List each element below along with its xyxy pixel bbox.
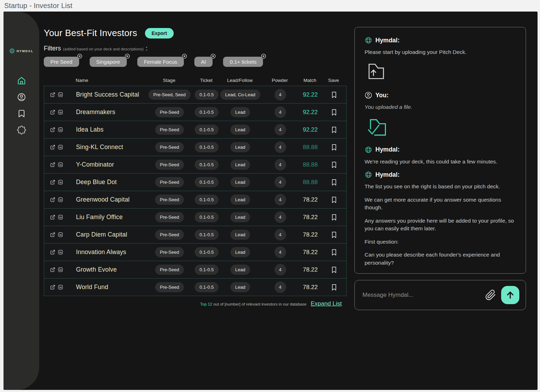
ticket-pill: 0.1-0.5: [195, 90, 219, 100]
lead-follow-pill: Lead: [230, 125, 250, 135]
powder-badge: 4: [275, 194, 286, 205]
external-link-icon[interactable]: [50, 180, 55, 185]
bookmark-save-icon[interactable]: [330, 283, 338, 292]
home-icon: [17, 76, 26, 85]
table-row[interactable]: Deep Blue Dot Pre-Seed 0.1-0.5 Lead 4 88…: [44, 173, 347, 191]
gear-icon: [17, 126, 26, 134]
paperclip-icon[interactable]: [485, 289, 496, 301]
message-text: We're reading your deck, this could take…: [365, 158, 516, 166]
table-row[interactable]: Innovation Always Pre-Seed 0.1-0.5 Lead …: [44, 243, 347, 261]
table-row[interactable]: World Fund Pre-Seed 0.1-0.5 Lead 4 78.22: [44, 278, 347, 296]
bookmark-save-icon[interactable]: [330, 126, 338, 134]
external-link-icon[interactable]: [50, 127, 55, 132]
bookmark-save-icon[interactable]: [330, 248, 338, 257]
remove-filter-icon[interactable]: [77, 54, 82, 59]
stage-pill: Pre-Seed: [155, 195, 184, 205]
linkedin-icon[interactable]: [58, 250, 63, 255]
external-link-icon[interactable]: [50, 215, 55, 220]
sidebar-item-home[interactable]: [16, 76, 26, 85]
table-row[interactable]: Sing-KL Connect Pre-Seed 0.1-0.5 Lead 4 …: [44, 138, 347, 156]
ticket-pill: 0.1-0.5: [195, 107, 219, 117]
folder-upload-icon[interactable]: [365, 61, 516, 82]
lead-follow-pill: Lead: [230, 142, 250, 152]
remove-filter-icon[interactable]: [125, 54, 130, 59]
bookmark-save-icon[interactable]: [330, 231, 338, 239]
expand-list-link[interactable]: Expand List: [311, 300, 342, 307]
table-row[interactable]: Dreammakers Pre-Seed 0.1-0.5 Lead 4 92.2…: [44, 103, 347, 121]
lead-follow-pill: Lead: [230, 247, 250, 257]
bookmark-save-icon[interactable]: [330, 108, 338, 117]
linkedin-icon[interactable]: [58, 127, 63, 132]
match-score: 78.22: [303, 249, 318, 256]
filter-chip-ai[interactable]: AI: [194, 57, 213, 67]
external-link-icon[interactable]: [50, 162, 55, 167]
chat-panel: Hymdal: Please start by uploading your P…: [354, 27, 526, 274]
sidebar-item-settings[interactable]: [16, 125, 26, 134]
bookmark-save-icon[interactable]: [330, 213, 338, 222]
linkedin-icon[interactable]: [58, 267, 63, 272]
export-button[interactable]: Export: [145, 28, 174, 38]
external-link-icon[interactable]: [50, 232, 55, 237]
filter-chip-tickets[interactable]: 0.1+ tickets: [223, 57, 263, 67]
external-link-icon[interactable]: [50, 267, 55, 272]
chip-label: Singapore: [96, 59, 120, 65]
table-row[interactable]: Bright Success Capital Pre-Seed, Seed 0.…: [44, 86, 347, 104]
filter-chip-female-focus[interactable]: Female Focus: [137, 57, 184, 67]
external-link-icon[interactable]: [50, 110, 55, 115]
linkedin-icon[interactable]: [58, 110, 63, 115]
powder-badge: 4: [275, 176, 286, 188]
remove-filter-icon[interactable]: [261, 54, 266, 59]
message-text: Any answers you provide here will be add…: [365, 217, 516, 233]
external-link-icon[interactable]: [50, 92, 55, 97]
table-row[interactable]: Idea Labs Pre-Seed 0.1-0.5 Lead 4 92.22: [44, 121, 347, 139]
brand-logo: HYMDAL: [4, 48, 39, 54]
message-input[interactable]: [362, 292, 480, 299]
remove-filter-icon[interactable]: [210, 54, 216, 59]
linkedin-icon[interactable]: [58, 145, 63, 150]
investor-name: Dreammakers: [65, 108, 146, 116]
filter-chip-pre-seed[interactable]: Pre Seed: [44, 57, 79, 67]
chat-message: You: You uploaded a file.: [365, 91, 516, 138]
ticket-pill: 0.1-0.5: [195, 230, 219, 240]
external-link-icon[interactable]: [50, 145, 55, 150]
table-row[interactable]: Greenwood Capital Pre-Seed 0.1-0.5 Lead …: [44, 191, 347, 209]
powder-badge: 4: [275, 246, 286, 258]
linkedin-icon[interactable]: [58, 215, 63, 220]
chat-message: Hymdal: We're reading your deck, this co…: [365, 146, 516, 166]
remove-filter-icon[interactable]: [182, 54, 187, 59]
message-text: Please start by uploading your Pitch Dec…: [365, 48, 516, 56]
bookmark-save-icon[interactable]: [330, 143, 338, 152]
results-count-note: Top 12 out of [number] of relevant inves…: [200, 302, 306, 306]
filter-chip-singapore[interactable]: Singapore: [90, 57, 127, 67]
bookmark-save-icon[interactable]: [330, 196, 338, 204]
results-count-rest: out of [number] of relevant investors in…: [212, 302, 306, 306]
lead-follow-pill: Lead: [230, 160, 250, 170]
linkedin-icon[interactable]: [58, 232, 63, 237]
bookmark-save-icon[interactable]: [330, 266, 338, 274]
match-score: 78.22: [303, 284, 318, 291]
bookmark-save-icon[interactable]: [330, 91, 338, 99]
bookmark-save-icon[interactable]: [330, 161, 338, 169]
linkedin-icon[interactable]: [58, 285, 63, 290]
send-button[interactable]: [501, 286, 519, 304]
bookmark-save-icon[interactable]: [330, 178, 338, 187]
external-link-icon[interactable]: [50, 197, 55, 202]
external-link-icon[interactable]: [50, 250, 55, 255]
results-count-highlight: Top 12: [200, 302, 212, 306]
table-row[interactable]: Liu Family Office Pre-Seed 0.1-0.5 Lead …: [44, 208, 347, 226]
sidebar-item-saved[interactable]: [16, 109, 26, 118]
external-link-icon[interactable]: [50, 285, 55, 290]
linkedin-icon[interactable]: [58, 197, 63, 202]
match-score: 78.22: [303, 196, 318, 203]
powder-badge: 4: [275, 106, 286, 118]
table-row[interactable]: Carp Diem Capital Pre-Seed 0.1-0.5 Lead …: [44, 226, 347, 244]
linkedin-icon[interactable]: [58, 180, 63, 185]
sidebar-nav: [4, 76, 39, 134]
linkedin-icon[interactable]: [58, 92, 63, 97]
chip-label: 0.1+ tickets: [230, 59, 256, 65]
linkedin-icon[interactable]: [58, 162, 63, 167]
table-row[interactable]: Growth Evolve Pre-Seed 0.1-0.5 Lead 4 78…: [44, 261, 347, 279]
sidebar-item-profile[interactable]: [16, 92, 26, 102]
chat-message: Hymdal: The list you see on the right is…: [365, 171, 516, 267]
table-row[interactable]: Y-Combinator Pre-Seed 0.1-0.5 Lead 4 88.…: [44, 156, 347, 174]
